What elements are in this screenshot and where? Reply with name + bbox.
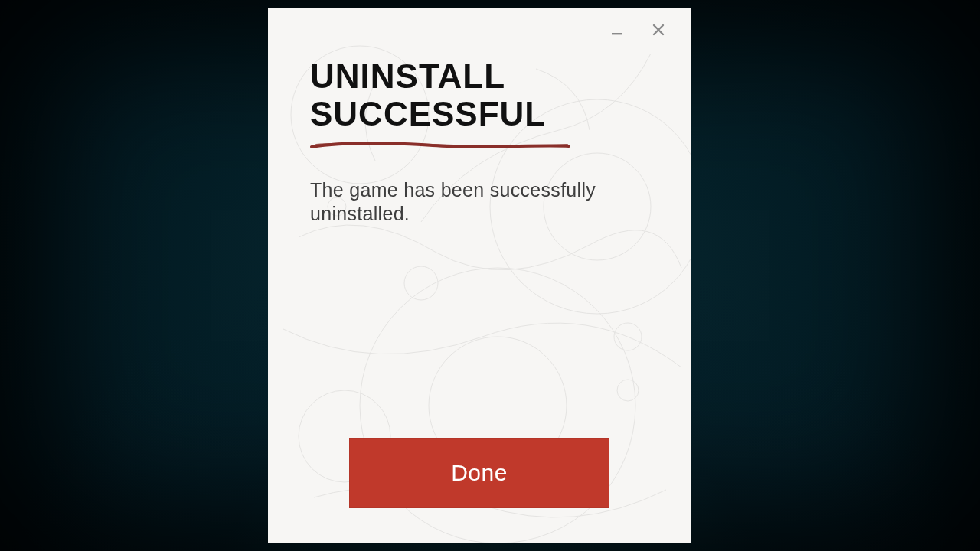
dialog-body: The game has been successfully uninstall… xyxy=(310,178,616,227)
done-button[interactable]: Done xyxy=(349,438,609,508)
dialog-content: UNINSTALL SUCCESSFUL The game has been s… xyxy=(310,58,648,227)
svg-point-8 xyxy=(404,266,438,300)
minimize-button[interactable] xyxy=(608,21,626,39)
dialog-heading: UNINSTALL SUCCESSFUL xyxy=(310,57,648,132)
svg-point-6 xyxy=(614,323,642,350)
minimize-icon xyxy=(610,23,624,37)
uninstall-dialog: UNINSTALL SUCCESSFUL The game has been s… xyxy=(268,8,691,543)
svg-rect-10 xyxy=(612,33,622,34)
close-icon xyxy=(652,23,665,37)
desktop-backdrop: UNINSTALL SUCCESSFUL The game has been s… xyxy=(0,0,980,551)
close-button[interactable] xyxy=(649,21,668,39)
titlebar xyxy=(268,8,691,52)
brush-underline xyxy=(310,140,570,151)
svg-point-7 xyxy=(617,380,639,401)
